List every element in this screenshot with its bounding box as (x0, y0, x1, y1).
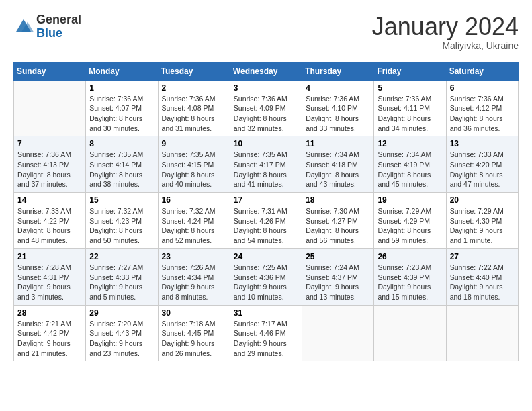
daylight-text: Daylight: 8 hours and 34 minutes. (378, 113, 442, 133)
day-info: Sunrise: 7:23 AMSunset: 4:39 PMDaylight:… (378, 263, 442, 302)
sunrise-text: Sunrise: 7:36 AM (378, 94, 442, 104)
calendar-cell: 12Sunrise: 7:34 AMSunset: 4:19 PMDayligh… (374, 136, 446, 193)
day-info: Sunrise: 7:33 AMSunset: 4:20 PMDaylight:… (450, 150, 515, 189)
day-number: 2 (162, 83, 226, 93)
calendar-cell: 28Sunrise: 7:21 AMSunset: 4:42 PMDayligh… (14, 305, 86, 361)
sunrise-text: Sunrise: 7:18 AM (162, 319, 226, 329)
day-number: 13 (450, 139, 515, 148)
weekday-header: Friday (374, 62, 446, 80)
sunset-text: Sunset: 4:15 PM (162, 160, 226, 170)
calendar-cell: 10Sunrise: 7:35 AMSunset: 4:17 PMDayligh… (230, 136, 302, 193)
sunrise-text: Sunrise: 7:20 AM (89, 319, 154, 329)
day-info: Sunrise: 7:36 AMSunset: 4:12 PMDaylight:… (450, 94, 515, 134)
daylight-text: Daylight: 9 hours and 3 minutes. (17, 282, 82, 302)
calendar-cell: 17Sunrise: 7:31 AMSunset: 4:26 PMDayligh… (230, 193, 302, 249)
sunset-text: Sunset: 4:39 PM (378, 273, 442, 283)
calendar-cell: 11Sunrise: 7:34 AMSunset: 4:18 PMDayligh… (302, 136, 374, 193)
sunset-text: Sunset: 4:17 PM (234, 160, 298, 170)
sunrise-text: Sunrise: 7:32 AM (162, 206, 226, 216)
daylight-text: Daylight: 8 hours and 56 minutes. (306, 226, 370, 245)
sunrise-text: Sunrise: 7:33 AM (450, 150, 515, 160)
calendar-cell (446, 305, 518, 361)
day-number: 23 (162, 252, 226, 261)
calendar-cell: 21Sunrise: 7:28 AMSunset: 4:31 PMDayligh… (14, 248, 86, 305)
day-info: Sunrise: 7:20 AMSunset: 4:43 PMDaylight:… (89, 319, 154, 359)
daylight-text: Daylight: 9 hours and 13 minutes. (306, 282, 370, 302)
calendar-cell (302, 305, 374, 361)
day-info: Sunrise: 7:32 AMSunset: 4:23 PMDaylight:… (89, 206, 154, 246)
calendar-cell: 24Sunrise: 7:25 AMSunset: 4:36 PMDayligh… (230, 248, 302, 305)
day-info: Sunrise: 7:17 AMSunset: 4:46 PMDaylight:… (234, 319, 298, 359)
daylight-text: Daylight: 9 hours and 10 minutes. (234, 282, 298, 302)
calendar-cell (374, 305, 446, 361)
sunset-text: Sunset: 4:46 PM (234, 328, 298, 338)
day-info: Sunrise: 7:29 AMSunset: 4:30 PMDaylight:… (450, 206, 515, 246)
location-text: Maliyivka, Ukraine (372, 40, 519, 51)
day-number: 18 (306, 195, 370, 205)
calendar-cell: 30Sunrise: 7:18 AMSunset: 4:45 PMDayligh… (158, 305, 230, 361)
sunset-text: Sunset: 4:10 PM (306, 103, 370, 113)
sunrise-text: Sunrise: 7:25 AM (234, 263, 298, 273)
day-number: 7 (17, 139, 82, 148)
sunset-text: Sunset: 4:14 PM (89, 160, 154, 170)
day-number: 27 (450, 252, 515, 261)
calendar-cell: 26Sunrise: 7:23 AMSunset: 4:39 PMDayligh… (374, 248, 446, 305)
sunset-text: Sunset: 4:33 PM (89, 273, 154, 283)
calendar-cell: 20Sunrise: 7:29 AMSunset: 4:30 PMDayligh… (446, 193, 518, 249)
weekday-header: Tuesday (158, 62, 230, 80)
daylight-text: Daylight: 9 hours and 15 minutes. (378, 282, 442, 302)
day-number: 1 (89, 83, 154, 93)
sunrise-text: Sunrise: 7:23 AM (378, 263, 442, 273)
sunrise-text: Sunrise: 7:17 AM (234, 319, 298, 329)
daylight-text: Daylight: 8 hours and 48 minutes. (17, 226, 82, 245)
day-info: Sunrise: 7:21 AMSunset: 4:42 PMDaylight:… (17, 319, 82, 359)
sunset-text: Sunset: 4:40 PM (450, 273, 515, 283)
day-number: 10 (234, 139, 298, 148)
daylight-text: Daylight: 8 hours and 32 minutes. (234, 113, 298, 133)
sunrise-text: Sunrise: 7:30 AM (306, 206, 370, 216)
day-info: Sunrise: 7:35 AMSunset: 4:15 PMDaylight:… (162, 150, 226, 189)
day-info: Sunrise: 7:32 AMSunset: 4:24 PMDaylight:… (162, 206, 226, 246)
day-number: 8 (89, 139, 154, 148)
day-number: 14 (17, 195, 82, 205)
sunset-text: Sunset: 4:29 PM (378, 216, 442, 226)
calendar-cell: 22Sunrise: 7:27 AMSunset: 4:33 PMDayligh… (86, 248, 158, 305)
day-info: Sunrise: 7:36 AMSunset: 4:09 PMDaylight:… (234, 94, 298, 134)
calendar-cell: 29Sunrise: 7:20 AMSunset: 4:43 PMDayligh… (86, 305, 158, 361)
day-number: 30 (162, 308, 226, 318)
sunrise-text: Sunrise: 7:29 AM (450, 206, 515, 216)
day-info: Sunrise: 7:36 AMSunset: 4:11 PMDaylight:… (378, 94, 442, 134)
calendar-cell: 9Sunrise: 7:35 AMSunset: 4:15 PMDaylight… (158, 136, 230, 193)
daylight-text: Daylight: 8 hours and 52 minutes. (162, 226, 226, 245)
day-info: Sunrise: 7:36 AMSunset: 4:10 PMDaylight:… (306, 94, 370, 134)
sunrise-text: Sunrise: 7:36 AM (162, 94, 226, 104)
day-info: Sunrise: 7:35 AMSunset: 4:14 PMDaylight:… (89, 150, 154, 189)
sunrise-text: Sunrise: 7:36 AM (17, 150, 82, 160)
daylight-text: Daylight: 8 hours and 30 minutes. (89, 113, 154, 133)
calendar-cell: 14Sunrise: 7:33 AMSunset: 4:22 PMDayligh… (14, 193, 86, 249)
daylight-text: Daylight: 8 hours and 43 minutes. (306, 170, 370, 189)
daylight-text: Daylight: 8 hours and 33 minutes. (306, 113, 370, 133)
daylight-text: Daylight: 8 hours and 41 minutes. (234, 170, 298, 189)
day-number: 4 (306, 83, 370, 93)
day-number: 17 (234, 195, 298, 205)
daylight-text: Daylight: 8 hours and 54 minutes. (234, 226, 298, 245)
sunset-text: Sunset: 4:42 PM (17, 328, 82, 338)
day-info: Sunrise: 7:24 AMSunset: 4:37 PMDaylight:… (306, 263, 370, 302)
sunrise-text: Sunrise: 7:32 AM (89, 206, 154, 216)
daylight-text: Daylight: 8 hours and 45 minutes. (378, 170, 442, 189)
sunset-text: Sunset: 4:19 PM (378, 160, 442, 170)
calendar-cell: 16Sunrise: 7:32 AMSunset: 4:24 PMDayligh… (158, 193, 230, 249)
logo-blue-text: Blue (36, 26, 62, 40)
sunset-text: Sunset: 4:09 PM (234, 103, 298, 113)
day-info: Sunrise: 7:29 AMSunset: 4:29 PMDaylight:… (378, 206, 442, 246)
sunrise-text: Sunrise: 7:34 AM (306, 150, 370, 160)
sunset-text: Sunset: 4:12 PM (450, 103, 515, 113)
sunset-text: Sunset: 4:23 PM (89, 216, 154, 226)
daylight-text: Daylight: 9 hours and 8 minutes. (162, 282, 226, 302)
sunset-text: Sunset: 4:36 PM (234, 273, 298, 283)
sunrise-text: Sunrise: 7:35 AM (234, 150, 298, 160)
calendar-cell: 5Sunrise: 7:36 AMSunset: 4:11 PMDaylight… (374, 80, 446, 136)
day-number: 11 (306, 139, 370, 148)
day-number: 15 (89, 195, 154, 205)
